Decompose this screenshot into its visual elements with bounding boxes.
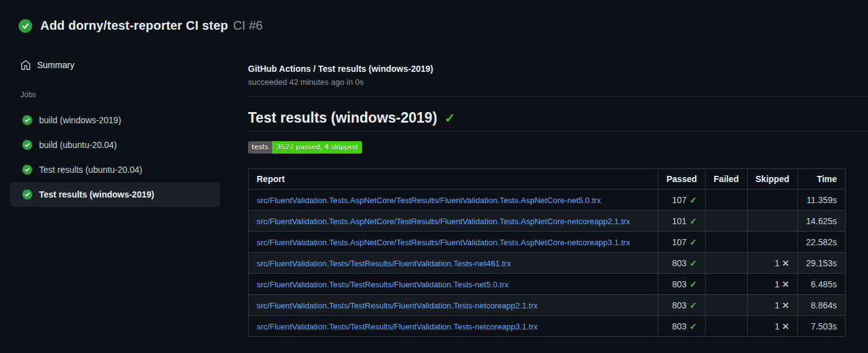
section-heading: Test results (windows-2019) ✓ — [248, 110, 456, 126]
tests-badge: tests 3527 passed, 4 skipped — [248, 141, 362, 154]
table-header-row: Report Passed Failed Skipped Time — [249, 169, 846, 190]
report-link[interactable]: src/FluentValidation.Tests/TestResults/F… — [257, 322, 538, 331]
cross-icon: ✕ — [782, 279, 789, 289]
check-circle-icon — [19, 19, 32, 33]
run-header: Add dorny/test-reporter CI step CI #6 — [19, 19, 263, 33]
check-circle-icon — [22, 115, 32, 125]
badge-label: tests — [248, 141, 272, 154]
table-row: src/FluentValidation.Tests/TestResults/F… — [249, 274, 846, 295]
cross-icon: ✕ — [782, 258, 789, 268]
time-value: 7.503s — [797, 316, 845, 337]
report-link[interactable]: src/FluentValidation.Tests.AspNetCore/Te… — [257, 196, 601, 205]
section-heading-text: Test results (windows-2019) — [248, 110, 437, 126]
column-header-time: Time — [797, 169, 845, 190]
test-results-table: Report Passed Failed Skipped Time src/Fl… — [248, 168, 846, 337]
skipped-count: 1 — [774, 258, 779, 268]
check-icon: ✓ — [689, 300, 697, 310]
summary-label: Summary — [37, 60, 74, 70]
report-link[interactable]: src/FluentValidation.Tests/TestResults/F… — [257, 280, 508, 289]
check-icon: ✓ — [689, 321, 697, 331]
job-label: build (windows-2019) — [39, 115, 121, 125]
sidebar-item-test-results-windows-2019[interactable]: Test results (windows-2019) — [10, 182, 220, 207]
report-link[interactable]: src/FluentValidation.Tests/TestResults/F… — [257, 259, 511, 268]
skipped-count: 1 — [774, 279, 779, 289]
page-title: Add dorny/test-reporter CI step — [40, 19, 228, 33]
report-link[interactable]: src/FluentValidation.Tests/TestResults/F… — [257, 301, 538, 310]
divider — [248, 131, 868, 131]
divider — [248, 96, 868, 97]
table-row: src/FluentValidation.Tests.AspNetCore/Te… — [249, 232, 846, 253]
sidebar-item-build-windows-2019[interactable]: build (windows-2019) — [10, 108, 220, 133]
job-label: build (ubuntu-20.04) — [39, 140, 117, 150]
passed-count: 803 — [672, 321, 686, 331]
table-body: src/FluentValidation.Tests.AspNetCore/Te… — [249, 190, 846, 337]
sidebar-jobs-list: build (windows-2019) build (ubuntu-20.04… — [10, 108, 220, 207]
check-run-title: GitHub Actions / Test results (windows-2… — [248, 64, 433, 74]
passed-count: 107 — [672, 237, 686, 247]
passed-count: 101 — [672, 216, 686, 226]
check-icon: ✓ — [689, 216, 697, 226]
skipped-count: 1 — [774, 321, 779, 331]
badge-value: 3527 passed, 4 skipped — [272, 141, 362, 154]
table-row: src/FluentValidation.Tests/TestResults/F… — [249, 316, 846, 337]
sidebar-item-summary[interactable]: Summary — [10, 54, 220, 76]
table-row: src/FluentValidation.Tests/TestResults/F… — [249, 253, 846, 274]
time-value: 8.864s — [797, 295, 845, 316]
column-header-skipped: Skipped — [747, 169, 797, 190]
home-icon — [20, 60, 31, 71]
run-number: CI #6 — [233, 19, 263, 33]
cross-icon: ✕ — [782, 321, 789, 331]
column-header-failed: Failed — [706, 169, 747, 190]
column-header-passed: Passed — [658, 169, 706, 190]
time-value: 22.582s — [797, 232, 845, 253]
cross-icon: ✕ — [782, 300, 789, 310]
passed-count: 803 — [672, 279, 686, 289]
check-run-status: succeeded 42 minutes ago in 0s — [248, 77, 363, 87]
passed-count: 803 — [672, 300, 686, 310]
time-value: 6.485s — [797, 274, 845, 295]
sidebar-item-test-results-ubuntu-20.04[interactable]: Test results (ubuntu-20.04) — [10, 157, 220, 182]
check-icon: ✓ — [689, 237, 697, 247]
check-circle-icon — [22, 165, 32, 175]
check-icon: ✓ — [689, 279, 697, 289]
check-circle-icon — [22, 190, 32, 199]
check-circle-icon — [22, 140, 32, 150]
job-label: Test results (ubuntu-20.04) — [39, 165, 143, 175]
job-label: Test results (windows-2019) — [39, 190, 154, 199]
time-value: 29.153s — [797, 253, 845, 274]
table-row: src/FluentValidation.Tests.AspNetCore/Te… — [249, 211, 846, 232]
check-icon: ✓ — [445, 111, 456, 124]
report-link[interactable]: src/FluentValidation.Tests.AspNetCore/Te… — [257, 217, 630, 226]
table-row: src/FluentValidation.Tests.AspNetCore/Te… — [249, 190, 846, 211]
column-header-report: Report — [249, 169, 658, 190]
check-icon: ✓ — [689, 258, 697, 268]
time-value: 11.359s — [797, 190, 845, 211]
jobs-section-label: Jobs — [20, 90, 36, 99]
passed-count: 107 — [672, 195, 686, 205]
report-link[interactable]: src/FluentValidation.Tests.AspNetCore/Te… — [257, 238, 630, 247]
check-icon: ✓ — [689, 195, 697, 205]
sidebar-item-build-ubuntu-20.04[interactable]: build (ubuntu-20.04) — [10, 133, 220, 157]
table-row: src/FluentValidation.Tests/TestResults/F… — [249, 295, 846, 316]
time-value: 14.625s — [797, 211, 845, 232]
skipped-count: 1 — [774, 300, 779, 310]
passed-count: 803 — [672, 258, 686, 268]
